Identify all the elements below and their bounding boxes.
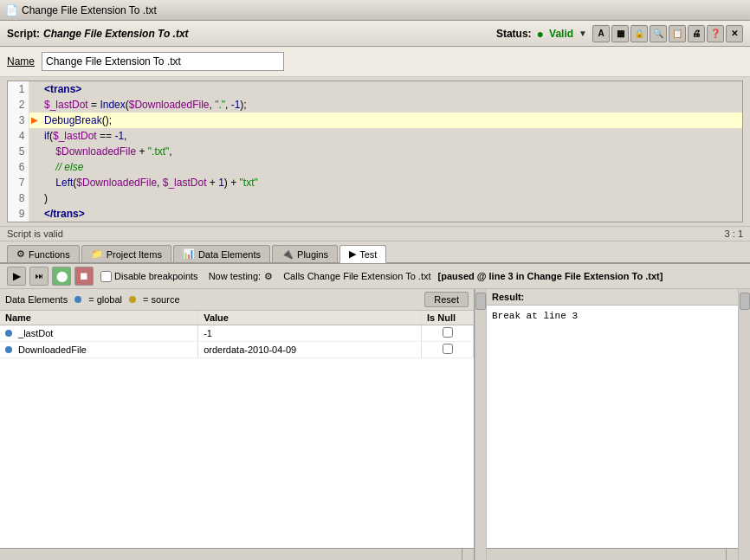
disable-breakpoints-label: Disable breakpoints bbox=[114, 271, 198, 281]
tab-data-elements[interactable]: 📊 Data Elements bbox=[173, 245, 270, 262]
now-testing-icon: ⚙ bbox=[264, 271, 273, 282]
script-label: Script: bbox=[7, 28, 40, 40]
stop-red-button[interactable]: ⏹ bbox=[74, 267, 94, 286]
code-editor[interactable]: 1 <trans> 2 $_lastDot = Index($Downloade… bbox=[7, 80, 743, 222]
tab-plugins-label: Plugins bbox=[297, 249, 328, 260]
result-text: Break at line 3 bbox=[492, 311, 578, 321]
status-value: Valid bbox=[549, 28, 573, 40]
result-header: Result: bbox=[487, 289, 738, 306]
tab-data-elements-label: Data Elements bbox=[198, 249, 261, 260]
tab-project-items[interactable]: 📁 Project Items bbox=[81, 245, 171, 262]
data-cell-value-downloadedfile: orderdata-2010-04-09 bbox=[198, 342, 422, 358]
title-bar-text: Change File Extension To .txt bbox=[22, 4, 157, 16]
vscroll-thumb[interactable] bbox=[475, 293, 486, 310]
left-vscroll[interactable] bbox=[475, 289, 487, 560]
code-line-1: 1 <trans> bbox=[8, 81, 742, 97]
line-num-4: 4 bbox=[8, 128, 29, 144]
header-icon-copy[interactable]: 📋 bbox=[669, 25, 686, 42]
line-code-6: // else bbox=[41, 159, 742, 175]
line-code-5: $DownloadedFile + ".txt", bbox=[41, 144, 742, 159]
line-code-1: <trans> bbox=[41, 81, 742, 97]
line-num-7: 7 bbox=[8, 175, 29, 190]
line-code-4: if($_lastDot == -1, bbox=[41, 128, 742, 144]
disable-breakpoints-checkbox[interactable] bbox=[100, 271, 112, 282]
tab-data-elements-icon: 📊 bbox=[183, 248, 195, 260]
line-arrow-2 bbox=[29, 97, 41, 113]
tab-project-items-icon: 📁 bbox=[91, 248, 103, 260]
script-header-right: Status: ● Valid ▼ A ▦ 🔒 🔍 📋 🖨 ❓ ✕ bbox=[496, 25, 743, 42]
global-legend: = global bbox=[88, 294, 122, 305]
col-header-name: Name bbox=[0, 311, 198, 325]
header-icon-lock[interactable]: 🔒 bbox=[630, 25, 648, 42]
name-row: Name bbox=[0, 47, 750, 77]
status-bar-left: Script is valid bbox=[7, 229, 63, 239]
header-icon-close[interactable]: ✕ bbox=[726, 25, 743, 42]
status-dropdown[interactable]: ▼ bbox=[579, 29, 587, 38]
header-icon-grid[interactable]: ▦ bbox=[611, 25, 629, 42]
play-button[interactable]: ▶ bbox=[7, 267, 26, 286]
status-bar-right: 3 : 1 bbox=[725, 229, 743, 239]
tab-plugins[interactable]: 🔌 Plugins bbox=[272, 245, 338, 262]
isnull-checkbox-lastdot[interactable] bbox=[443, 327, 453, 338]
line-arrow-5 bbox=[29, 144, 41, 159]
tab-test-icon: ▶ bbox=[349, 248, 356, 260]
line-num-8: 8 bbox=[8, 190, 29, 206]
left-hscroll bbox=[0, 548, 474, 560]
reset-button[interactable]: Reset bbox=[424, 292, 469, 307]
right-vscroll-thumb[interactable] bbox=[740, 293, 750, 310]
header-icon-print[interactable]: 🖨 bbox=[688, 25, 705, 42]
right-hscroll-track[interactable] bbox=[487, 549, 726, 560]
tabs-row: ⚙ Functions 📁 Project Items 📊 Data Eleme… bbox=[0, 241, 750, 263]
name-input[interactable] bbox=[42, 52, 284, 71]
isnull-checkbox-downloadedfile[interactable] bbox=[443, 344, 453, 354]
script-name: Change File Extension To .txt bbox=[43, 28, 189, 40]
line-code-7: Left($DownloadedFile, $_lastDot + 1) + "… bbox=[41, 175, 742, 190]
lower-panel: Data Elements = global = source Reset Na… bbox=[0, 289, 750, 560]
stop-green-button[interactable]: ⬤ bbox=[52, 267, 71, 286]
left-hscroll-track[interactable] bbox=[0, 549, 462, 560]
paused-info: [paused @ line 3 in Change File Extensio… bbox=[438, 271, 663, 281]
title-bar-icon: 📄 bbox=[5, 4, 18, 16]
data-elements-header: Data Elements = global = source Reset bbox=[0, 289, 474, 311]
line-code-3: DebugBreak(); bbox=[41, 113, 742, 128]
line-arrow-1 bbox=[29, 81, 41, 97]
header-icon-a[interactable]: A bbox=[592, 25, 610, 42]
global-dot bbox=[74, 296, 81, 303]
line-num-6: 6 bbox=[8, 159, 29, 175]
tab-functions[interactable]: ⚙ Functions bbox=[7, 245, 80, 262]
line-arrow-6 bbox=[29, 159, 41, 175]
tab-test[interactable]: ▶ Test bbox=[339, 245, 386, 263]
data-row-lastdot: _lastDot -1 bbox=[0, 325, 474, 342]
tab-project-items-label: Project Items bbox=[107, 249, 162, 260]
line-num-1: 1 bbox=[8, 81, 29, 97]
header-icons: A ▦ 🔒 🔍 📋 🖨 ❓ ✕ bbox=[592, 25, 743, 42]
line-num-2: 2 bbox=[8, 97, 29, 113]
line-num-5: 5 bbox=[8, 144, 29, 159]
right-vscroll[interactable] bbox=[738, 289, 750, 560]
data-cell-isnull-lastdot bbox=[422, 325, 474, 342]
now-testing-label: Now testing: bbox=[209, 271, 262, 281]
data-row-downloadedfile: DownloadedFile orderdata-2010-04-09 bbox=[0, 342, 474, 358]
source-dot bbox=[129, 296, 136, 303]
source-legend: = source bbox=[143, 294, 180, 305]
line-num-3: 3 bbox=[8, 113, 29, 128]
header-icon-help[interactable]: ❓ bbox=[707, 25, 724, 42]
line-num-9: 9 bbox=[8, 206, 29, 222]
disable-breakpoints[interactable]: Disable breakpoints bbox=[100, 271, 198, 282]
now-testing-value: Calls Change File Extension To .txt bbox=[283, 271, 430, 281]
code-line-8: 8 ) bbox=[8, 190, 742, 206]
data-cell-isnull-downloadedfile bbox=[422, 342, 474, 358]
code-line-5: 5 $DownloadedFile + ".txt", bbox=[8, 144, 742, 159]
tab-functions-icon: ⚙ bbox=[16, 248, 25, 260]
toolbar-row: ▶ ⏭ ⬤ ⏹ Disable breakpoints Now testing:… bbox=[0, 264, 750, 289]
code-line-4: 4 if($_lastDot == -1, bbox=[8, 128, 742, 144]
tab-functions-label: Functions bbox=[29, 249, 70, 260]
code-line-2: 2 $_lastDot = Index($DownloadedFile, "."… bbox=[8, 97, 742, 113]
line-arrow-7 bbox=[29, 175, 41, 190]
data-cell-value-lastdot: -1 bbox=[198, 325, 422, 342]
step-button[interactable]: ⏭ bbox=[29, 267, 48, 286]
line-code-8: ) bbox=[41, 190, 742, 206]
header-icon-search[interactable]: 🔍 bbox=[650, 25, 667, 42]
status-dot: ● bbox=[537, 27, 544, 41]
data-table: Name Value Is Null _lastDot bbox=[0, 311, 474, 358]
